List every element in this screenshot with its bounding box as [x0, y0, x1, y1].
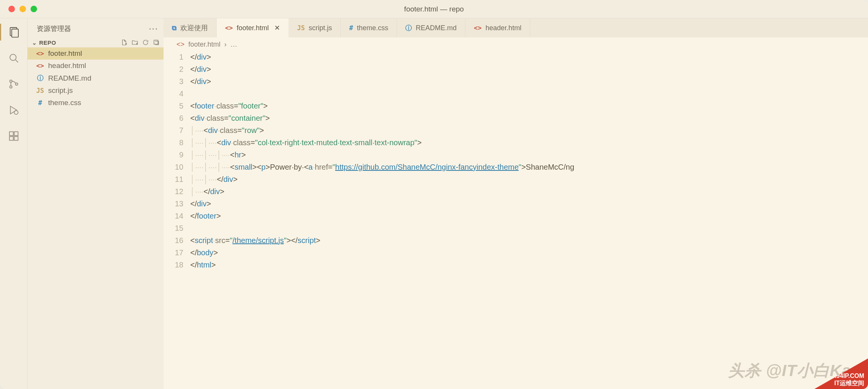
- tab-label: README.md: [416, 24, 457, 32]
- vscode-window: footer.html — repo 资源管理器 ···: [0, 0, 868, 389]
- tab-README.md[interactable]: ⓘREADME.md: [397, 18, 465, 37]
- repo-actions: [121, 39, 160, 46]
- file-item-footer.html[interactable]: <>footer.html: [28, 47, 164, 60]
- traffic-lights: [0, 6, 37, 12]
- svg-rect-12: [154, 40, 158, 44]
- repo-name: REPO: [39, 39, 57, 46]
- tab-footer.html[interactable]: <>footer.html✕: [217, 18, 289, 37]
- tab-icon: <>: [474, 24, 481, 32]
- breadcrumb-tail: …: [230, 41, 237, 49]
- file-icon: JS: [36, 87, 44, 94]
- tab-icon: ⓘ: [405, 24, 412, 32]
- tab-icon: JS: [297, 24, 305, 32]
- file-item-README.md[interactable]: ⓘREADME.md: [28, 72, 164, 84]
- tab-label: footer.html: [236, 24, 269, 32]
- titlebar: footer.html — repo: [0, 0, 868, 18]
- new-folder-icon[interactable]: [131, 39, 138, 46]
- tab-label: header.html: [486, 24, 521, 32]
- activity-bar: [0, 18, 28, 389]
- chevron-right-icon: ›: [224, 41, 227, 49]
- tab-label: script.js: [309, 24, 332, 32]
- close-icon[interactable]: ✕: [274, 24, 280, 32]
- svg-rect-10: [14, 136, 18, 140]
- file-icon: #: [36, 99, 44, 107]
- line-gutter: 1 2 3 4 5 6 7 8 9 10 11 12 13 14 15 16 1…: [164, 51, 190, 271]
- more-icon[interactable]: ···: [149, 24, 158, 34]
- search-icon[interactable]: [7, 51, 21, 65]
- file-icon: ⓘ: [36, 74, 44, 83]
- svg-rect-9: [9, 136, 13, 140]
- file-name: theme.css: [48, 99, 81, 107]
- file-name: script.js: [48, 86, 73, 95]
- explorer-icon[interactable]: [7, 25, 21, 39]
- chevron-down-icon: ⌄: [32, 40, 37, 46]
- file-name: header.html: [48, 62, 86, 70]
- tab-script.js[interactable]: JSscript.js: [289, 18, 341, 37]
- file-name: footer.html: [48, 49, 82, 58]
- editor-area: ⧉欢迎使用<>footer.html✕JSscript.js#theme.css…: [164, 18, 868, 389]
- extensions-icon[interactable]: [7, 129, 21, 143]
- close-icon[interactable]: [8, 6, 15, 12]
- svg-point-4: [10, 80, 12, 83]
- svg-rect-1: [11, 29, 18, 37]
- main-area: 资源管理器 ··· ⌄REPO <>footer.html<>header.ht…: [0, 18, 868, 389]
- svg-point-7: [14, 110, 18, 114]
- sidebar: 资源管理器 ··· ⌄REPO <>footer.html<>header.ht…: [28, 18, 164, 389]
- svg-rect-8: [9, 132, 13, 136]
- sidebar-title: 资源管理器: [37, 24, 71, 33]
- svg-point-6: [15, 83, 18, 85]
- svg-point-2: [10, 54, 16, 60]
- tab-icon: ⧉: [172, 24, 177, 32]
- file-name: README.md: [48, 74, 91, 83]
- sidebar-header: 资源管理器 ···: [28, 18, 164, 37]
- maximize-icon[interactable]: [31, 6, 37, 12]
- breadcrumb-file: footer.html: [188, 41, 220, 49]
- breadcrumb[interactable]: <> footer.html › …: [164, 37, 868, 50]
- tab-bar: ⧉欢迎使用<>footer.html✕JSscript.js#theme.css…: [164, 18, 868, 37]
- file-icon: <>: [36, 50, 44, 57]
- svg-point-5: [10, 86, 12, 88]
- file-item-theme.css[interactable]: #theme.css: [28, 97, 164, 109]
- minimize-icon[interactable]: [19, 6, 26, 12]
- new-file-icon[interactable]: [121, 39, 128, 46]
- repo-header[interactable]: ⌄REPO: [28, 37, 164, 47]
- tab-icon: #: [349, 24, 353, 32]
- file-item-script.js[interactable]: JSscript.js: [28, 84, 164, 97]
- tab-label: 欢迎使用: [180, 23, 208, 32]
- source-control-icon[interactable]: [7, 77, 21, 91]
- file-icon: <>: [36, 62, 44, 70]
- html-icon: <>: [177, 41, 185, 49]
- tab-欢迎使用[interactable]: ⧉欢迎使用: [164, 18, 217, 37]
- tab-icon: <>: [225, 24, 233, 32]
- tab-header.html[interactable]: <>header.html: [465, 18, 530, 37]
- window-title: footer.html — repo: [404, 5, 464, 13]
- refresh-icon[interactable]: [142, 39, 149, 46]
- file-item-header.html[interactable]: <>header.html: [28, 60, 164, 72]
- run-debug-icon[interactable]: [7, 103, 21, 117]
- tab-theme.css[interactable]: #theme.css: [341, 18, 397, 37]
- collapse-icon[interactable]: [153, 39, 160, 46]
- svg-line-3: [15, 60, 18, 62]
- tab-label: theme.css: [357, 24, 388, 32]
- file-explorer: <>footer.html<>header.htmlⓘREADME.mdJSsc…: [28, 47, 164, 109]
- code-content[interactable]: </div> </div> </div> <footer·class="foot…: [190, 51, 868, 271]
- svg-rect-11: [14, 132, 18, 136]
- code-editor[interactable]: 1 2 3 4 5 6 7 8 9 10 11 12 13 14 15 16 1…: [164, 50, 868, 271]
